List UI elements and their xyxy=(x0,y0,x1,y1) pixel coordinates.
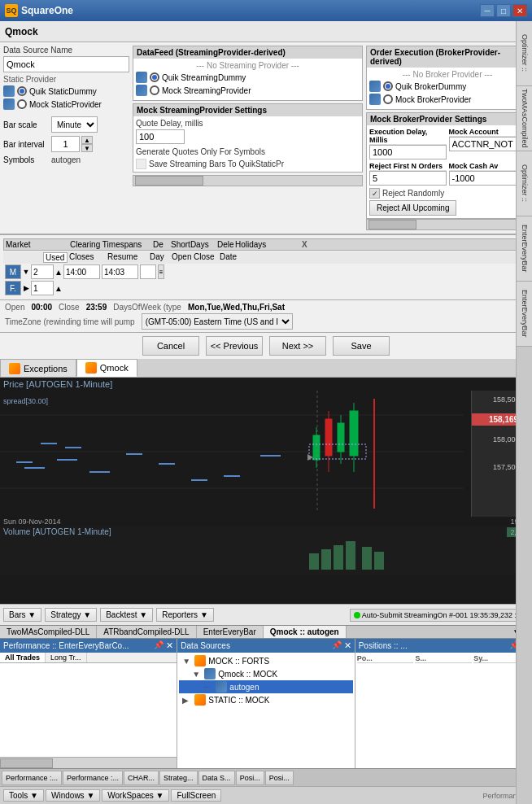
market-section: Market Clearing Timespans De ShortDays D… xyxy=(0,234,532,299)
quik-streaming-radio[interactable] xyxy=(150,72,159,82)
task-char[interactable]: CHAR... xyxy=(124,771,159,785)
mid-hscrollbar[interactable] xyxy=(133,175,363,186)
windows-button[interactable]: Windows ▼ xyxy=(46,789,100,802)
reject-randomly-item[interactable]: Reject Randomly xyxy=(369,188,525,199)
bars-button[interactable]: Bars ▼ xyxy=(3,608,41,622)
reject-randomly-checkbox[interactable] xyxy=(369,188,380,199)
row1-more[interactable]: ≡ xyxy=(158,264,164,279)
bar-interval-input[interactable] xyxy=(51,136,80,152)
mock-broker-radio[interactable] xyxy=(383,94,393,104)
bar-scale-select[interactable]: Minute xyxy=(51,116,98,133)
ptab-all-trades[interactable]: All Trades xyxy=(0,653,46,662)
minimize-button[interactable]: ─ xyxy=(480,4,495,17)
quote-delay-input[interactable] xyxy=(136,129,185,144)
autogen-icon xyxy=(216,681,227,693)
sidebar-entereverybar1[interactable]: EnterEveryBar xyxy=(517,216,532,282)
x-header[interactable]: X xyxy=(302,240,314,249)
ds-qmock-mock[interactable]: ▼ Qmock :: MOCK xyxy=(179,667,352,680)
sidebar-optimizer2[interactable]: Optimizer :: xyxy=(517,151,532,216)
maximize-button[interactable]: □ xyxy=(496,4,511,17)
mock-streaming-item[interactable]: Mock StreamingProvider xyxy=(136,85,360,96)
tab-qmock[interactable]: Qmock xyxy=(76,359,137,377)
btab-atrband[interactable]: ATRbandCompiled-DLL xyxy=(97,626,196,638)
right-hscrollbar[interactable] xyxy=(366,219,529,230)
tab-exceptions[interactable]: Exceptions xyxy=(0,359,76,377)
spinner-up[interactable]: ▲ xyxy=(81,136,93,144)
task-data-s[interactable]: Data S... xyxy=(198,771,235,785)
d-arrows-2[interactable]: ▲ xyxy=(55,281,62,295)
static-mock-expand[interactable]: ▶ xyxy=(182,696,192,705)
performance-panel-x[interactable]: ✕ xyxy=(166,640,173,651)
days-label: DaysOfWeek (type xyxy=(113,303,181,312)
task-performance1[interactable]: Performance :... xyxy=(2,771,62,785)
qmock-mock-expand[interactable]: ▼ xyxy=(192,670,202,679)
btab-twomas[interactable]: TwoMAsCompiled-DLL xyxy=(0,626,97,638)
datasource-name-input[interactable] xyxy=(3,56,129,72)
timezone-select[interactable]: (GMT-05:00) Eastern Time (US and I xyxy=(142,313,293,330)
mock-streaming-radio[interactable] xyxy=(150,85,159,95)
spinner-down[interactable]: ▼ xyxy=(81,144,93,152)
bar-interval-label: Bar interval xyxy=(3,140,48,149)
days-value: Mon,Tue,Wed,Thu,Fri,Sat xyxy=(188,303,285,312)
qmock-mock-label: Qmock :: MOCK xyxy=(218,670,277,679)
datasources-panel-x[interactable]: ✕ xyxy=(344,640,351,651)
close-button[interactable]: ✕ xyxy=(512,4,527,17)
mock-account-input[interactable] xyxy=(449,137,526,151)
ds-mock-forts[interactable]: ▼ MOCK :: FORTS xyxy=(179,654,352,667)
performance-pin[interactable]: 📌 xyxy=(154,640,164,651)
order-execution-section: Order Execution (BrokerProvider-derived)… xyxy=(366,46,529,110)
cancel-button[interactable]: Cancel xyxy=(142,336,199,356)
mock-broker-item[interactable]: Mock BrokerProvider xyxy=(369,94,525,105)
reject-first-input[interactable] xyxy=(369,171,447,186)
quik-broker-item[interactable]: Quik BrokerDummy xyxy=(369,81,525,92)
ptab-long-trades[interactable]: Long Tr... xyxy=(46,653,87,662)
backtest-button[interactable]: Backtest ▼ xyxy=(100,608,153,622)
task-performance2[interactable]: Performance :... xyxy=(63,771,123,785)
save-button[interactable]: Save xyxy=(333,336,390,356)
expand-arrow[interactable]: ▼ xyxy=(23,264,29,279)
autogen-expand[interactable]: ─ xyxy=(203,683,213,692)
task-posi1[interactable]: Posi... xyxy=(236,771,264,785)
sidebar-entereverybar2[interactable]: EnterEveryBar xyxy=(517,282,532,347)
ds-autogen[interactable]: ─ autogen xyxy=(179,680,352,693)
task-posi2[interactable]: Posi... xyxy=(265,771,294,785)
bottom-info: Open 00:00 Close 23:59 DaysOfWeek (type … xyxy=(0,299,532,332)
btab-entereverybar[interactable]: EnterEveryBar xyxy=(197,626,264,638)
provider2-radio[interactable] xyxy=(17,99,27,109)
quik-broker-radio[interactable] xyxy=(383,81,393,91)
strategy-button[interactable]: Strategy ▼ xyxy=(45,608,97,622)
workspaces-button[interactable]: WorkSpaces ▼ xyxy=(102,789,169,802)
performance-panel: Performance :: EnterEveryBarCo... 📌 ✕ Al… xyxy=(0,639,177,768)
ds-static-mock[interactable]: ▶ STATIC :: MOCK xyxy=(179,693,352,706)
reject-all-upcoming-button[interactable]: Reject All Upcoming xyxy=(369,200,456,216)
close-label: Close xyxy=(59,303,80,312)
sidebar-twomas[interactable]: TwoMAsCompiled xyxy=(517,86,532,151)
data-sources-panel: Data Sources 📌 ✕ ▼ MOCK :: FORTS xyxy=(177,639,355,768)
qmock-tab-icon xyxy=(85,362,97,374)
provider1-radio[interactable] xyxy=(17,86,27,96)
resume-value-1[interactable]: 14:03 xyxy=(102,264,138,279)
reporters-button[interactable]: Reporters ▼ xyxy=(156,608,214,622)
closes-value-1[interactable]: 14:00 xyxy=(63,264,100,279)
static-provider-1[interactable]: Quik StaticDummy xyxy=(3,85,129,97)
expand-arrow-2[interactable]: ▶ xyxy=(23,281,29,295)
performance-hscroll[interactable] xyxy=(0,757,177,768)
d-arrows[interactable]: ▲ xyxy=(55,264,62,279)
exec-delay-input[interactable] xyxy=(369,145,447,159)
spinner-buttons: ▲ ▼ xyxy=(81,136,93,152)
tools-button[interactable]: Tools ▼ xyxy=(3,789,44,802)
next-button[interactable]: Next >> xyxy=(269,336,326,356)
quik-streaming-item[interactable]: Quik StreamingDummy xyxy=(136,72,360,83)
fullscreen-button[interactable]: FullScreen xyxy=(171,789,221,802)
static-provider-2[interactable]: Mock StaticProvider xyxy=(3,98,129,110)
qmock-title: Qmock xyxy=(5,26,38,37)
mock-forts-expand[interactable]: ▼ xyxy=(182,657,192,666)
task-strateg[interactable]: Strateg... xyxy=(159,771,198,785)
positions-panel: Positions :: ... 📌 ✕ Po... S... Sy... xyxy=(355,639,532,768)
save-bars-checkbox[interactable] xyxy=(136,159,146,169)
sidebar-optimizer1[interactable]: Optimizer :: xyxy=(517,21,532,86)
previous-button[interactable]: << Previous xyxy=(206,336,263,356)
datasources-pin[interactable]: 📌 xyxy=(332,640,342,651)
btab-qmock-autogen[interactable]: Qmock :: autogen xyxy=(264,626,347,638)
mock-cash-input[interactable] xyxy=(449,171,526,186)
